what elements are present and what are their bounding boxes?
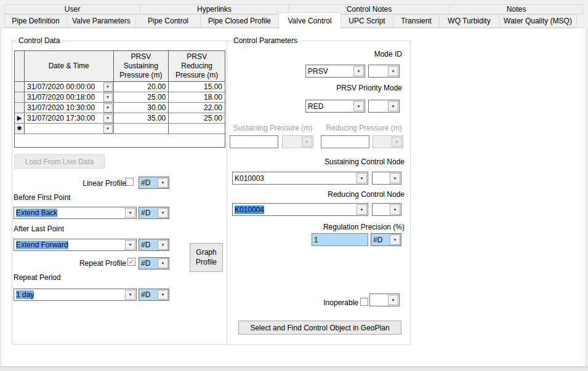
button-label: Graph Profile	[193, 248, 220, 267]
tab-valve-control[interactable]: Valve Control	[278, 12, 341, 29]
table-row[interactable]: 31/07/2020 00:00:00▼ 20.00 15.00	[15, 82, 225, 92]
datetime-dropdown-button[interactable]: ▼	[103, 114, 113, 123]
chevron-down-icon[interactable]: ▼	[356, 173, 367, 183]
control-parameters-group: Control Parameters Mode ID PRSV ▼ ▼ PRSV…	[227, 41, 411, 345]
graph-profile-button[interactable]: Graph Profile	[190, 243, 223, 272]
sustaining-pressure-input[interactable]	[230, 135, 278, 148]
row-selector[interactable]: ✱	[15, 124, 25, 134]
reducing-pressure-input[interactable]	[321, 135, 369, 148]
inoperable-checkbox[interactable]	[360, 298, 368, 306]
datetime-dropdown-button[interactable]: ▼	[103, 93, 113, 102]
chevron-down-icon[interactable]: ▼	[158, 290, 168, 300]
chevron-down-icon[interactable]: ▼	[390, 204, 400, 215]
tab-transient[interactable]: Transient	[393, 14, 440, 28]
load-from-live-data-button[interactable]: Load From Live Data	[14, 154, 105, 169]
tab-water-quality-msq[interactable]: Water Quality (MSQ)	[499, 14, 577, 28]
repeat-profile-flag-combo[interactable]: #D ▼	[139, 257, 169, 269]
datetime-cell[interactable]: 31/07/2020 00:00:00▼	[25, 82, 114, 92]
tab-notes[interactable]: Notes	[449, 4, 583, 14]
chevron-down-icon: ▼	[106, 95, 110, 99]
valve-control-dialog: User Hyperlinks Control Notes Notes Pipe…	[0, 0, 588, 371]
reducing-cell[interactable]: 18.00	[169, 92, 225, 103]
datetime-dropdown-button[interactable]: ▼	[103, 103, 113, 113]
regulation-precision-input[interactable]	[312, 233, 368, 246]
reducing-cell[interactable]: 22.00	[169, 103, 225, 113]
chevron-down-icon[interactable]: ▼	[388, 66, 398, 76]
table-row[interactable]: 31/07/2020 10:30:00▼ 30.00 22.00	[15, 103, 225, 113]
chevron-down-icon[interactable]: ▼	[390, 234, 400, 245]
row-selector[interactable]	[15, 92, 25, 103]
repeat-period-flag-combo[interactable]: #D ▼	[139, 289, 169, 301]
datetime-cell[interactable]: 31/07/2020 00:18:00▼	[25, 92, 114, 103]
linear-profile-checkbox[interactable]	[126, 178, 134, 186]
before-first-point-combo[interactable]: Extend Back ▼	[14, 207, 137, 219]
datetime-dropdown-button[interactable]: ▼	[103, 124, 113, 134]
sustaining-control-node-flag-combo[interactable]: ▼	[372, 172, 401, 185]
chevron-down-icon[interactable]: ▼	[353, 66, 364, 76]
sustaining-cell[interactable]: 35.00	[114, 113, 169, 124]
sustaining-cell[interactable]: 20.00	[114, 82, 169, 92]
chevron-down-icon[interactable]: ▼	[388, 101, 398, 111]
sustaining-cell[interactable]	[114, 124, 169, 134]
chevron-down-icon[interactable]: ▼	[158, 240, 168, 250]
tab-user[interactable]: User	[4, 4, 140, 14]
row-selector[interactable]	[15, 103, 25, 113]
chevron-down-icon[interactable]: ▼	[158, 208, 168, 218]
button-label: Select and Find Control Object in GeoPla…	[250, 324, 389, 332]
inoperable-flag-combo[interactable]: ▼	[369, 293, 400, 306]
chevron-down-icon[interactable]: ▼	[158, 258, 168, 268]
tab-wq-turbidity[interactable]: WQ Turbidity	[439, 14, 499, 28]
chevron-down-icon[interactable]: ▼	[390, 173, 400, 183]
datetime-cell[interactable]: 31/07/2020 17:30:00▼	[25, 113, 114, 124]
priority-mode-combo[interactable]: RED ▼	[305, 100, 365, 113]
combo-value: 1 day	[16, 290, 34, 299]
mode-id-combo[interactable]: PRSV ▼	[305, 65, 365, 78]
select-find-geoplan-button[interactable]: Select and Find Control Object in GeoPla…	[238, 321, 401, 335]
reducing-control-node-flag-combo[interactable]: ▼	[372, 203, 401, 216]
reducing-cell[interactable]	[169, 124, 225, 134]
datetime-cell[interactable]: ▼	[25, 124, 114, 134]
chevron-down-icon[interactable]: ▼	[353, 101, 364, 111]
chevron-down-icon[interactable]: ▼	[125, 240, 135, 250]
row-selector[interactable]: ▶	[15, 113, 25, 124]
tab-upc-script[interactable]: UPC Script	[340, 14, 393, 28]
row-selector[interactable]	[15, 82, 25, 92]
control-data-table[interactable]: Date & Time PRSV Sustaining Pressure (m)…	[14, 50, 225, 148]
reducing-cell[interactable]: 25.00	[169, 113, 225, 124]
reducing-cell[interactable]: 15.00	[169, 82, 225, 92]
combo-value	[373, 204, 389, 215]
after-last-point-flag-combo[interactable]: #D ▼	[139, 239, 169, 251]
mode-id-flag-combo[interactable]: ▼	[368, 65, 400, 78]
before-first-point-flag-combo[interactable]: #D ▼	[139, 207, 169, 219]
tab-valve-parameters[interactable]: Valve Parameters	[66, 14, 136, 28]
chevron-down-icon[interactable]: ▼	[356, 204, 367, 215]
table-row-current[interactable]: ▶ 31/07/2020 17:30:00▼ 35.00 25.00	[15, 113, 225, 124]
tab-pipe-definition[interactable]: Pipe Definition	[4, 14, 67, 28]
chevron-down-icon[interactable]: ▼	[125, 290, 135, 300]
chevron-down-icon[interactable]: ▼	[125, 208, 135, 218]
sustaining-control-node-combo[interactable]: K010003 ▼	[232, 172, 368, 185]
reducing-control-node-combo[interactable]: K010004 ▼	[232, 203, 368, 216]
sustaining-control-node-label: Sustaining Control Node	[289, 158, 405, 166]
tab-pipe-closed-profile[interactable]: Pipe Closed Profile	[200, 14, 279, 28]
repeat-profile-checkbox[interactable]: ✓	[127, 258, 135, 266]
regulation-precision-label: Regulation Precision (%)	[289, 223, 405, 231]
tab-hyperlinks[interactable]: Hyperlinks	[140, 4, 289, 14]
new-row-icon: ✱	[17, 126, 22, 132]
priority-mode-flag-combo[interactable]: ▼	[368, 100, 400, 113]
table-row[interactable]: 31/07/2020 00:18:00▼ 25.00 18.00	[15, 92, 225, 103]
tab-label: Notes	[507, 5, 526, 14]
after-last-point-combo[interactable]: Extend Forward ▼	[14, 239, 137, 251]
chevron-down-icon[interactable]: ▼	[388, 295, 398, 305]
chevron-down-icon[interactable]: ▼	[158, 178, 168, 188]
table-row-new[interactable]: ✱ ▼	[15, 124, 225, 134]
tab-pipe-control[interactable]: Pipe Control	[135, 14, 201, 28]
regulation-precision-flag-combo[interactable]: #D ▼	[371, 233, 401, 246]
sustaining-cell[interactable]: 30.00	[114, 103, 169, 113]
arrow-glyph: ▼	[161, 181, 165, 185]
datetime-dropdown-button[interactable]: ▼	[103, 82, 113, 92]
datetime-cell[interactable]: 31/07/2020 10:30:00▼	[25, 103, 114, 113]
sustaining-cell[interactable]: 25.00	[114, 92, 169, 103]
repeat-period-combo[interactable]: 1 day ▼	[14, 289, 137, 301]
linear-profile-flag-combo[interactable]: #D ▼	[139, 177, 169, 189]
